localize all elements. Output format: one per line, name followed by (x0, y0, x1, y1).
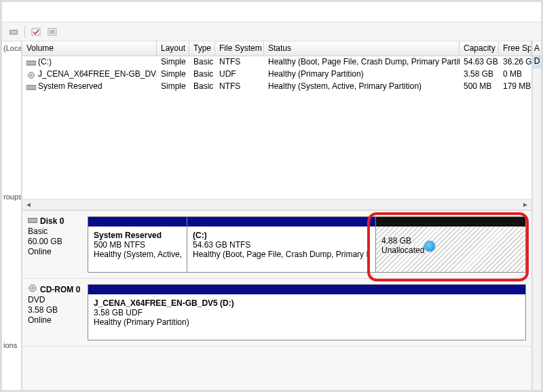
svg-rect-2 (32, 28, 40, 35)
volume-row[interactable]: (C:) Simple Basic NTFS Healthy (Boot, Pa… (22, 56, 531, 68)
actions-header: A (533, 41, 541, 56)
disk0-block: Disk 0 Basic 60.00 GB Online System Rese… (22, 211, 531, 279)
disc-icon (26, 71, 36, 78)
volume-header-row: Volume Layout Type File System Status Ca… (22, 41, 531, 56)
svg-rect-7 (26, 61, 36, 65)
toolbar-btn-list[interactable] (45, 25, 60, 39)
disk0-partitions: System Reserved 500 MB NTFS Healthy (Sys… (88, 216, 526, 273)
disk-title: CD-ROM 0 (28, 284, 82, 294)
col-status[interactable]: Status (264, 41, 460, 56)
vol-name: System Reserved (22, 81, 157, 93)
disk-title: Disk 0 (28, 216, 82, 226)
drive-icon (26, 59, 36, 66)
partition-system-reserved[interactable]: System Reserved 500 MB NTFS Healthy (Sys… (88, 217, 187, 272)
volume-rows: (C:) Simple Basic NTFS Healthy (Boot, Pa… (22, 56, 531, 199)
drive-icon (28, 216, 37, 226)
col-type[interactable]: Type (189, 41, 215, 56)
main-pane: Volume Layout Type File System Status Ca… (22, 41, 531, 390)
volume-row[interactable]: System Reserved Simple Basic NTFS Health… (22, 81, 531, 93)
disk-graphical-pane: Disk 0 Basic 60.00 GB Online System Rese… (22, 211, 531, 390)
svg-point-9 (31, 75, 32, 76)
col-fs[interactable]: File System (215, 41, 264, 56)
toolbar (2, 22, 541, 41)
drive-icon (26, 83, 36, 90)
toolbar-btn-check[interactable] (29, 25, 43, 39)
nav-label-local: (Local (2, 44, 21, 52)
nav-label-groups: roups (2, 193, 21, 201)
disk0-info[interactable]: Disk 0 Basic 60.00 GB Online (22, 211, 88, 278)
col-volume[interactable]: Volume (22, 41, 157, 56)
col-capacity[interactable]: Capacity (460, 41, 499, 56)
scroll-right-icon[interactable]: ► (519, 201, 531, 208)
toolbar-btn-1[interactable] (6, 25, 21, 39)
col-freespace[interactable]: Free Sp (499, 41, 531, 56)
volume-row[interactable]: J_CENA_X64FREE_EN-GB_DV5 (D:) Simple Bas… (22, 68, 531, 81)
svg-rect-11 (28, 218, 37, 222)
cdrom-info[interactable]: CD-ROM 0 DVD 3.58 GB Online (22, 279, 88, 346)
scroll-left-icon[interactable]: ◄ (22, 201, 35, 208)
svg-rect-10 (26, 85, 36, 90)
left-nav[interactable]: (Local roups ions (2, 41, 22, 390)
toolbar-separator (24, 26, 25, 38)
partition-bar (376, 217, 525, 227)
cdrom-partitions: J_CENA_X64FREE_EN-GB_DV5 (D:) 3.58 GB UD… (88, 284, 526, 340)
partition-dvd[interactable]: J_CENA_X64FREE_EN-GB_DV5 (D:) 3.58 GB UD… (88, 285, 525, 340)
svg-rect-1 (10, 31, 17, 34)
vol-name: (C:) (22, 56, 157, 68)
partition-bar (88, 285, 525, 294)
horizontal-scrollbar[interactable]: ◄ ► (22, 199, 531, 210)
svg-point-13 (32, 288, 34, 290)
partition-unallocated[interactable]: 4.88 GB Unallocated (376, 217, 525, 272)
partition-c[interactable]: (C:) 54.63 GB NTFS Healthy (Boot, Page F… (187, 217, 376, 272)
disk-management-window: (Local roups ions Volume Layout Type Fil… (0, 0, 543, 392)
cdrom-block: CD-ROM 0 DVD 3.58 GB Online J_CENA_X64FR… (22, 279, 531, 347)
partition-bar (187, 217, 375, 227)
vol-name: J_CENA_X64FREE_EN-GB_DV5 (D:) (22, 68, 157, 81)
partition-bar (88, 217, 187, 227)
col-layout[interactable]: Layout (157, 41, 189, 56)
disc-icon (28, 284, 37, 294)
titlebar[interactable] (2, 2, 541, 22)
actions-item[interactable]: D (533, 56, 541, 68)
nav-label-options: ions (2, 341, 21, 349)
volume-list-pane: Volume Layout Type File System Status Ca… (22, 41, 531, 211)
actions-pane[interactable]: A D (531, 41, 541, 390)
